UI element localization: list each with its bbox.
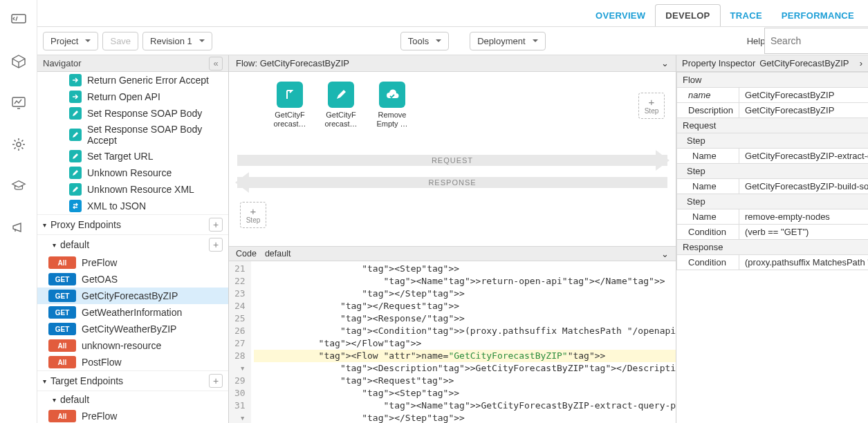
collapse-down-icon[interactable]: ⌄ bbox=[661, 58, 669, 68]
deployment-dropdown[interactable]: Deployment bbox=[470, 32, 545, 50]
nav-policy[interactable]: Unknown Resource XML bbox=[37, 181, 228, 198]
revision-dropdown[interactable]: Revision 1 bbox=[142, 32, 212, 50]
nav-flow[interactable]: AllPostFlow bbox=[37, 354, 228, 370]
policy-step[interactable]: GetCityForecast… bbox=[270, 82, 309, 128]
nav-flow[interactable]: AllPreFlow bbox=[37, 408, 228, 423]
inspector-row[interactable]: Response bbox=[677, 240, 869, 255]
editor-panel: Flow: GetCityForecastByZIP ⌄ GetCityFore… bbox=[229, 55, 676, 423]
left-rail bbox=[0, 0, 37, 423]
code-collapse-icon[interactable]: ⌄ bbox=[661, 249, 669, 259]
add-icon[interactable]: + bbox=[209, 374, 223, 388]
nav-flow[interactable]: GETGetWeatherInformation bbox=[37, 304, 228, 321]
main: Navigator « Return Generic Error AcceptR… bbox=[37, 55, 868, 423]
inspector-row[interactable]: NameGetCityForecastByZIP-extract-qu bbox=[677, 149, 869, 164]
save-button[interactable]: Save bbox=[102, 32, 138, 50]
package-icon[interactable] bbox=[11, 54, 26, 69]
navigator-title: Navigator bbox=[43, 58, 82, 68]
nav-section[interactable]: Proxy Endpoints+ bbox=[37, 214, 228, 234]
policy-step[interactable]: GetCityForecast… bbox=[322, 82, 360, 128]
inspector-title: Property Inspector bbox=[682, 58, 755, 68]
tab-trace[interactable]: TRACE bbox=[721, 5, 772, 26]
inspector-row[interactable]: NameGetCityForecastByZIP-build-soap bbox=[677, 179, 869, 194]
nav-section[interactable]: Target Endpoints+ bbox=[37, 370, 228, 391]
nav-flow[interactable]: GETGetCityWeatherByZIP bbox=[37, 321, 228, 337]
add-step-right[interactable]: +Step bbox=[638, 93, 665, 119]
inspector-row[interactable]: nameGetCityForecastByZIP bbox=[677, 88, 869, 103]
flow-title: Flow: GetCityForecastByZIP bbox=[236, 58, 349, 68]
inspector-row[interactable]: Request bbox=[677, 118, 869, 133]
nav-policy[interactable]: XML to JSON bbox=[37, 198, 228, 214]
tab-performance[interactable]: PERFORMANCE bbox=[772, 5, 864, 26]
inspector-row[interactable]: Nameremove-empty-nodes bbox=[677, 209, 869, 225]
analytics-icon[interactable] bbox=[11, 95, 26, 111]
nav-flow[interactable]: AllPreFlow bbox=[37, 254, 228, 271]
inspector-target: GetCityForecastByZIP bbox=[759, 58, 849, 68]
policy-step[interactable]: RemoveEmpty … bbox=[373, 82, 412, 128]
inspector-row[interactable]: Flow bbox=[677, 73, 869, 88]
nav-policy[interactable]: Set Target URL bbox=[37, 148, 228, 164]
code-tab[interactable]: Code bbox=[236, 249, 257, 258]
nav-section[interactable]: default bbox=[37, 391, 228, 408]
tools-dropdown[interactable]: Tools bbox=[400, 32, 449, 50]
announce-icon[interactable] bbox=[11, 220, 26, 235]
search-input[interactable] bbox=[764, 28, 868, 54]
code-header: Code default ⌄ bbox=[229, 246, 676, 261]
flow-canvas: GetCityForecast…GetCityForecast…RemoveEm… bbox=[229, 72, 676, 246]
nav-policy[interactable]: Unknown Resource bbox=[37, 164, 228, 181]
gutter: 21 22232425262728 ▾293031 ▾32333435 bbox=[229, 261, 251, 423]
nav-policy[interactable]: Set Response SOAP Body Accept bbox=[37, 122, 228, 148]
learn-icon[interactable] bbox=[11, 178, 26, 194]
toolbar: Project Save Revision 1 Tools Deployment… bbox=[37, 26, 868, 55]
property-inspector: Property Inspector GetCityForecastByZIP … bbox=[676, 55, 868, 423]
add-icon[interactable]: + bbox=[209, 238, 223, 252]
svg-point-2 bbox=[17, 142, 21, 147]
response-lane: RESPONSE bbox=[237, 177, 667, 188]
inspector-row[interactable]: Step bbox=[677, 164, 869, 179]
code-default[interactable]: default bbox=[265, 249, 291, 258]
navigator-header: Navigator « bbox=[37, 55, 228, 72]
collapse-left-icon[interactable]: « bbox=[209, 57, 223, 70]
settings-icon[interactable] bbox=[11, 137, 26, 152]
code-body: 21 22232425262728 ▾293031 ▾32333435 "tag… bbox=[229, 261, 676, 423]
inspector-row[interactable]: Step bbox=[677, 133, 869, 149]
code-editor[interactable]: "tag"><Step"tag">> "tag"><Name"tag">>ret… bbox=[251, 261, 676, 423]
inspector-row[interactable]: DescriptionGetCityForecastByZIP bbox=[677, 103, 869, 118]
request-lane: REQUEST bbox=[237, 155, 667, 166]
nav-flow[interactable]: Allunknown-resource bbox=[37, 337, 228, 354]
navigator-panel: Navigator « Return Generic Error AcceptR… bbox=[37, 55, 229, 423]
add-icon[interactable]: + bbox=[209, 218, 223, 232]
tab-overview[interactable]: OVERVIEW bbox=[586, 5, 655, 26]
inspector-header: Property Inspector GetCityForecastByZIP … bbox=[676, 55, 868, 72]
inspector-table: FlownameGetCityForecastByZIPDescriptionG… bbox=[676, 72, 868, 270]
nav-flow[interactable]: GETGetOAS bbox=[37, 271, 228, 288]
nav-section[interactable]: default+ bbox=[37, 234, 228, 254]
inspector-row[interactable]: Condition(proxy.pathsuffix MatchesPath "… bbox=[677, 255, 869, 270]
api-icon[interactable] bbox=[11, 12, 26, 28]
nav-policy[interactable]: Return Open API bbox=[37, 88, 228, 105]
top-tabs: OVERVIEW DEVELOP TRACE PERFORMANCE bbox=[586, 0, 868, 26]
flow-header: Flow: GetCityForecastByZIP ⌄ bbox=[229, 55, 676, 72]
inspector-row[interactable]: Step bbox=[677, 194, 869, 209]
project-dropdown[interactable]: Project bbox=[43, 32, 98, 50]
add-step-left[interactable]: +Step bbox=[240, 202, 266, 228]
tab-develop[interactable]: DEVELOP bbox=[655, 4, 720, 26]
nav-flow[interactable]: GETGetCityForecastByZIP bbox=[37, 288, 228, 304]
svg-rect-1 bbox=[12, 97, 25, 106]
inspector-row[interactable]: Condition(verb == "GET") bbox=[677, 225, 869, 240]
svg-rect-0 bbox=[12, 15, 26, 23]
nav-policy[interactable]: Set Response SOAP Body bbox=[37, 105, 228, 122]
nav-policy[interactable]: Return Generic Error Accept bbox=[37, 72, 228, 88]
